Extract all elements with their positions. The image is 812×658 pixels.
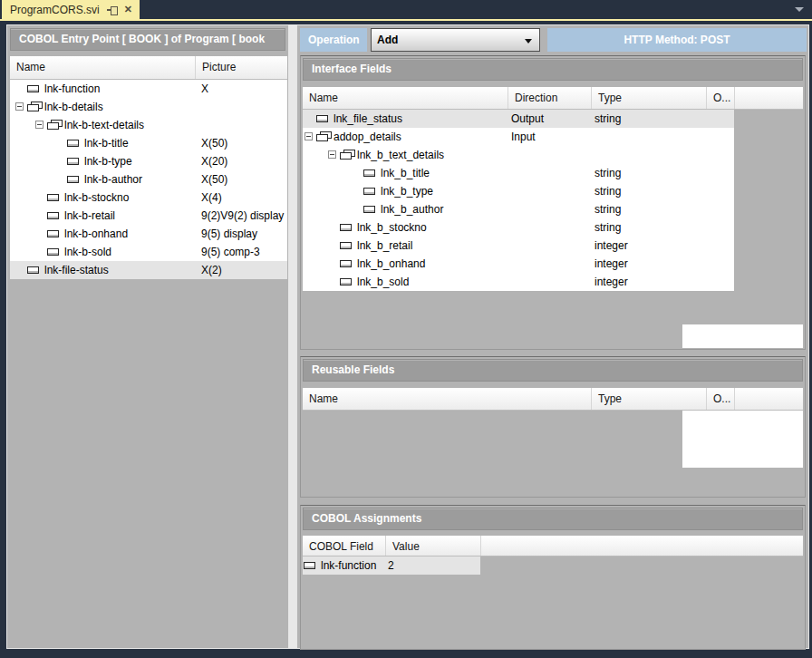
tree-row-lnk-file-status[interactable]: lnk-file-statusX(2) <box>10 261 287 279</box>
scroll-corner <box>682 411 803 468</box>
column-header-blank[interactable] <box>734 388 805 410</box>
field-name: lnk-b-author <box>84 173 142 186</box>
document-list-dropdown-icon[interactable] <box>795 7 804 12</box>
interface-fields-header: NameDirectionTypeO... <box>303 87 803 110</box>
interface-fields-section: Interface Fields NameDirectionTypeO... l… <box>300 55 806 350</box>
ide-document-area: ProgramCORS.svi ✕ COBOL Entry Point [ BO… <box>0 0 812 658</box>
tree-row-lnk_b_sold[interactable]: lnk_b_soldinteger <box>303 273 734 291</box>
field-name: addop_details <box>334 131 401 143</box>
tree-row-lnk_b_stockno[interactable]: lnk_b_stocknostring <box>303 218 734 237</box>
cobol-entry-point-panel: COBOL Entry Point [ BOOK ] of Program [ … <box>6 24 289 649</box>
field-icon <box>27 266 39 274</box>
tree-row-lnk-b-title[interactable]: lnk-b-titleX(50) <box>10 134 287 152</box>
tree-row-lnk-function[interactable]: lnk-function2 <box>303 556 480 575</box>
field-icon <box>316 115 328 122</box>
cell-picture: 9(5) display <box>201 227 257 240</box>
operation-selected-value: Add <box>377 34 398 46</box>
tree-row-lnk_b_type[interactable]: lnk_b_typestring <box>303 182 734 200</box>
column-header-blank[interactable] <box>480 536 804 556</box>
tree-row-lnk-b-text-details[interactable]: lnk-b-text-details <box>10 116 287 134</box>
field-name: lnk_b_retail <box>357 239 412 252</box>
tree-row-lnk_b_title[interactable]: lnk_b_titlestring <box>303 164 734 182</box>
field-icon <box>47 212 59 219</box>
operation-select[interactable]: Add <box>371 28 540 52</box>
tree-row-lnk-b-retail[interactable]: lnk-b-retail9(2)V9(2) display <box>10 207 287 225</box>
http-method-label: HTTP Method: POST <box>547 28 807 52</box>
field-icon <box>363 169 375 177</box>
tab-strip: ProgramCORS.svi ✕ <box>0 0 812 21</box>
combo-dropdown-icon <box>525 39 532 44</box>
field-icon <box>363 206 375 213</box>
field-icon <box>67 176 79 183</box>
column-header-o[interactable]: O... <box>706 87 734 109</box>
collapse-toggle-icon[interactable] <box>304 132 313 140</box>
cell-picture: X(4) <box>201 191 222 204</box>
column-header-name[interactable]: Name <box>303 87 508 109</box>
collapse-toggle-icon[interactable] <box>35 121 44 129</box>
tree-row-addop_details[interactable]: addop_detailsInput <box>303 128 734 146</box>
field-name: lnk_b_title <box>381 167 430 179</box>
column-header-name[interactable]: Name <box>303 388 591 410</box>
field-name: lnk-b-title <box>84 137 129 150</box>
field-icon <box>67 140 79 147</box>
close-icon[interactable]: ✕ <box>124 5 132 15</box>
cell-type: integer <box>594 276 628 288</box>
column-header-direction[interactable]: Direction <box>508 87 591 109</box>
field-icon <box>47 194 59 201</box>
cell-picture: 9(5) comp-3 <box>201 246 260 258</box>
field-icon <box>340 224 352 231</box>
reusable-fields-header: NameTypeO... <box>303 388 803 411</box>
field-name: lnk-function <box>321 559 376 572</box>
tree-row-lnk_b_author[interactable]: lnk_b_authorstring <box>303 200 734 218</box>
column-header-blank[interactable] <box>734 87 805 109</box>
cell-direction: Output <box>511 112 544 125</box>
column-header-picture[interactable]: Picture <box>195 56 287 79</box>
tree-row-lnk-b-type[interactable]: lnk-b-typeX(20) <box>10 152 287 170</box>
operation-label: Operation <box>300 28 367 52</box>
field-icon <box>47 248 59 256</box>
field-name: lnk-b-stockno <box>64 191 129 204</box>
tree-row-lnk-b-stockno[interactable]: lnk-b-stocknoX(4) <box>10 189 287 207</box>
tree-row-lnk-b-onhand[interactable]: lnk-b-onhand9(5) display <box>10 225 287 243</box>
cell-picture: 9(2)V9(2) display <box>201 209 284 222</box>
column-header-type[interactable]: Type <box>591 87 706 109</box>
tab-programcors[interactable]: ProgramCORS.svi ✕ <box>2 0 140 19</box>
tree-row-lnk-b-details[interactable]: lnk-b-details <box>10 98 287 116</box>
column-header-name[interactable]: Name <box>10 56 195 79</box>
left-table-header: NamePicture <box>10 56 287 80</box>
tree-row-lnk-function[interactable]: lnk-functionX <box>10 80 287 98</box>
tree-row-lnk-b-sold[interactable]: lnk-b-sold9(5) comp-3 <box>10 243 287 261</box>
field-icon <box>47 230 59 237</box>
tree-row-lnk_b_onhand[interactable]: lnk_b_onhandinteger <box>303 255 734 273</box>
panel-splitter[interactable] <box>289 24 296 649</box>
field-name: lnk-b-sold <box>64 246 111 258</box>
cell-type: string <box>594 167 621 179</box>
cell-picture: X(50) <box>201 173 227 186</box>
field-name: lnk-file-status <box>44 264 109 276</box>
tree-row-lnk-b-author[interactable]: lnk-b-authorX(50) <box>10 170 287 189</box>
operation-row: Operation Add HTTP Method: POST <box>300 28 807 52</box>
cobol-assignments-rows: lnk-function2 <box>303 556 804 575</box>
column-header-value[interactable]: Value <box>385 536 480 556</box>
cell-type: integer <box>594 257 628 270</box>
cobol-assignments-title: COBOL Assignments <box>303 508 803 530</box>
field-icon <box>340 242 352 249</box>
interface-fields-tree: lnk_file_statusOutputstringaddop_details… <box>303 110 734 291</box>
field-name: lnk_b_author <box>381 203 443 216</box>
tree-row-lnk_file_status[interactable]: lnk_file_statusOutputstring <box>303 110 734 128</box>
column-header-cobol-field[interactable]: COBOL Field <box>303 536 385 556</box>
tree-row-lnk_b_retail[interactable]: lnk_b_retailinteger <box>303 237 734 255</box>
collapse-toggle-icon[interactable] <box>328 150 336 159</box>
cell-picture: X(50) <box>201 137 227 150</box>
cell-type: string <box>594 185 621 198</box>
tree-row-lnk_b_text_details[interactable]: lnk_b_text_details <box>303 146 734 164</box>
group-icon <box>316 131 330 141</box>
collapse-toggle-icon[interactable] <box>15 102 24 111</box>
cell-picture: X(2) <box>201 264 222 276</box>
column-header-o[interactable]: O... <box>706 388 734 410</box>
column-header-type[interactable]: Type <box>591 388 706 410</box>
cell-picture: X(20) <box>201 155 227 168</box>
field-name: lnk_file_status <box>334 112 402 125</box>
pin-icon[interactable] <box>107 5 117 15</box>
cobol-structure-table: NamePicture lnk-functionXlnk-b-detailsln… <box>10 56 287 279</box>
